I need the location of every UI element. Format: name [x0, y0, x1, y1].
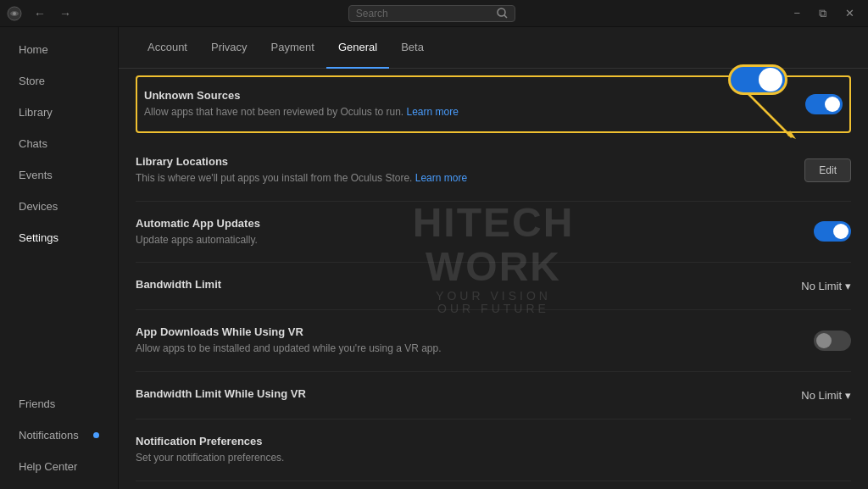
setting-app-downloads-vr-title: App Downloads While Using VR	[136, 325, 797, 338]
big-toggle-knob	[759, 68, 782, 92]
big-toggle	[728, 64, 787, 95]
tab-account[interactable]: Account	[136, 27, 199, 69]
sidebar-item-library[interactable]: Library	[3, 97, 114, 127]
notification-dot	[93, 432, 99, 438]
library-locations-learn-more-link[interactable]: Learn more	[415, 172, 467, 184]
app-layout: Home Store Library Chats Events Devices …	[0, 27, 868, 489]
forward-button[interactable]: →	[54, 5, 76, 22]
title-bar-left: ← →	[7, 5, 76, 22]
setting-bandwidth-limit-vr-info: Bandwidth Limit While Using VR	[136, 387, 801, 403]
svg-line-4	[504, 15, 507, 18]
setting-notification-prefs-desc: Set your notification preferences.	[136, 451, 834, 465]
sidebar-item-devices[interactable]: Devices	[3, 192, 114, 221]
oculus-logo-icon	[7, 6, 22, 21]
tab-privacy[interactable]: Privacy	[199, 27, 259, 69]
title-bar: ← → − ⧉ ✕	[0, 0, 868, 27]
setting-bandwidth-limit-vr: Bandwidth Limit While Using VR No Limit …	[136, 372, 851, 420]
setting-library-locations-title: Library Locations	[136, 155, 787, 168]
sidebar-spacer	[0, 253, 118, 388]
chevron-down-icon-vr: ▾	[845, 389, 851, 402]
setting-app-downloads-vr-info: App Downloads While Using VR Allow apps …	[136, 325, 814, 356]
setting-notification-prefs: Notification Preferences Set your notifi…	[136, 420, 851, 481]
unknown-sources-learn-more-link[interactable]: Learn more	[407, 106, 459, 118]
search-icon	[497, 8, 508, 19]
setting-automatic-updates-title: Automatic App Updates	[136, 217, 797, 230]
bandwidth-limit-dropdown[interactable]: No Limit ▾	[801, 280, 851, 292]
setting-library-locations-info: Library Locations This is where we'll pu…	[136, 155, 804, 186]
sidebar-item-events[interactable]: Events	[3, 160, 114, 190]
setting-unknown-sources-desc: Allow apps that have not been reviewed b…	[144, 105, 788, 119]
nav-controls: ← →	[29, 5, 76, 22]
chevron-down-icon: ▾	[845, 280, 851, 292]
setting-unknown-sources-info: Unknown Sources Allow apps that have not…	[144, 89, 805, 119]
sidebar-item-store[interactable]: Store	[3, 66, 114, 96]
search-bar[interactable]	[348, 5, 515, 22]
search-input[interactable]	[356, 8, 492, 19]
unknown-sources-slider	[805, 94, 843, 114]
setting-notification-prefs-info: Notification Preferences Set your notifi…	[136, 435, 851, 465]
setting-automatic-updates-info: Automatic App Updates Update apps automa…	[136, 217, 814, 247]
setting-automatic-updates: Automatic App Updates Update apps automa…	[136, 202, 851, 264]
setting-language-pref: Language Preference Date: 3/28/2016, Tim…	[136, 481, 851, 489]
app-downloads-vr-slider	[814, 331, 851, 351]
setting-bandwidth-limit-title: Bandwidth Limit	[136, 278, 784, 291]
automatic-updates-slider	[814, 221, 851, 242]
setting-library-locations: Library Locations This is where we'll pu…	[136, 140, 851, 202]
minimize-button[interactable]: −	[787, 5, 807, 21]
restore-button[interactable]: ⧉	[812, 5, 833, 22]
setting-unknown-sources-title: Unknown Sources	[144, 89, 788, 102]
library-locations-edit-button[interactable]: Edit	[804, 158, 851, 182]
setting-notification-prefs-title: Notification Preferences	[136, 435, 834, 447]
setting-automatic-updates-desc: Update apps automatically.	[136, 233, 797, 247]
sidebar-item-notifications[interactable]: Notifications	[3, 420, 114, 450]
svg-point-3	[498, 8, 505, 16]
sidebar-item-settings[interactable]: Settings	[3, 223, 114, 253]
tabs-bar: Account Privacy Payment General Beta	[119, 27, 868, 69]
setting-bandwidth-limit-vr-title: Bandwidth Limit While Using VR	[136, 387, 784, 400]
tab-beta[interactable]: Beta	[389, 27, 436, 69]
svg-point-2	[13, 12, 16, 15]
setting-app-downloads-vr: App Downloads While Using VR Allow apps …	[136, 310, 851, 372]
sidebar-item-chats[interactable]: Chats	[3, 129, 114, 158]
sidebar-item-home[interactable]: Home	[3, 35, 114, 64]
setting-library-locations-desc: This is where we'll put apps you install…	[136, 171, 787, 186]
sidebar-item-help[interactable]: Help Center	[3, 452, 114, 481]
main-content: HITECH WORK YOUR VISION OUR FUTURE Accou…	[119, 27, 868, 489]
tab-general[interactable]: General	[326, 27, 389, 69]
app-downloads-vr-toggle[interactable]	[814, 331, 851, 351]
toggle-highlight-annotation	[728, 64, 787, 95]
window-controls: − ⧉ ✕	[787, 5, 861, 22]
close-button[interactable]: ✕	[838, 5, 861, 21]
tab-payment[interactable]: Payment	[259, 27, 326, 69]
sidebar: Home Store Library Chats Events Devices …	[0, 27, 119, 489]
bandwidth-limit-vr-dropdown[interactable]: No Limit ▾	[801, 389, 851, 402]
setting-app-downloads-vr-desc: Allow apps to be installed and updated w…	[136, 342, 797, 356]
setting-bandwidth-limit-info: Bandwidth Limit	[136, 278, 801, 294]
settings-list: Unknown Sources Allow apps that have not…	[119, 75, 868, 489]
automatic-updates-toggle[interactable]	[814, 221, 851, 242]
sidebar-item-friends[interactable]: Friends	[3, 389, 114, 419]
back-button[interactable]: ←	[29, 5, 51, 22]
unknown-sources-toggle[interactable]	[805, 94, 843, 114]
setting-bandwidth-limit: Bandwidth Limit No Limit ▾	[136, 263, 851, 310]
